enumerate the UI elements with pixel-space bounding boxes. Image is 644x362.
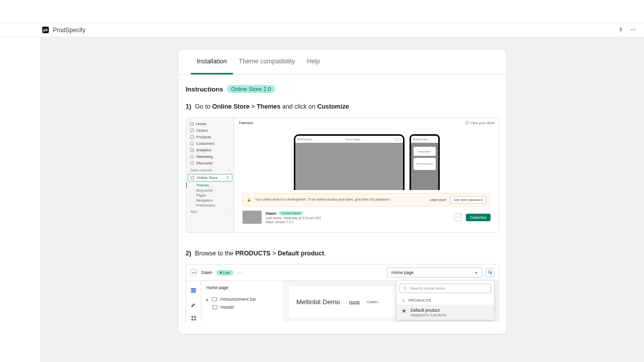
warning-text: Your online store is in development. To … (255, 198, 425, 202)
svg-rect-8 (191, 316, 193, 318)
tab-theme-compatibility[interactable]: Theme compatibility (233, 50, 301, 74)
svg-point-1 (633, 29, 634, 30)
nav-marketing: Marketing (186, 153, 234, 160)
step-1-text: 1) Go to Online Store > Themes and click… (186, 103, 499, 110)
more-icon[interactable] (630, 26, 637, 35)
home-icon (190, 122, 194, 126)
homepage-label: Home page (204, 285, 281, 290)
eye-icon (465, 121, 469, 125)
theme-thumbnail (243, 211, 262, 224)
dropdown-search: Search online store (399, 284, 491, 293)
nav-products: Products (186, 134, 234, 140)
laptop-header: Meltinbit Demo Home Catalog (295, 136, 403, 143)
svg-rect-10 (191, 319, 193, 321)
section-header: Header (204, 303, 281, 311)
chevron-right-icon: › (229, 210, 230, 213)
customize-button: Customize (466, 214, 491, 221)
app-title: ProdSpecify (53, 27, 86, 34)
svg-point-0 (631, 29, 632, 30)
lock-icon (247, 198, 251, 202)
pin-icon[interactable] (618, 26, 624, 35)
template-selector: Home page ▼ (387, 267, 482, 278)
sections-panel: Home page ▶ Announcement bar Header (201, 281, 284, 322)
device-toggle-button (486, 268, 495, 277)
editor-body: Home page ▶ Announcement bar Header (186, 281, 499, 322)
nav-sub-themes: Themes (186, 183, 234, 188)
screenshot-2: Dawn Live ⋯ Home page ▼ (186, 264, 499, 322)
see-password-button: See store password (450, 196, 486, 204)
tab-bar: Installation Theme compatibility Help (179, 50, 506, 75)
editor-preview: Meltinbit Demo Home Catalo Search online… (284, 281, 499, 322)
svg-rect-7 (191, 291, 196, 292)
theme-settings-icon (190, 300, 198, 308)
nav-customers: Customers (186, 140, 234, 147)
dev-warning-banner: Your online store is in development. To … (243, 193, 491, 207)
shot1-main: Themes View your store Meltinbit Demo Ho… (234, 118, 499, 232)
editor-topbar-right: Home page ▼ (387, 267, 495, 278)
theme-row: Dawn Current theme Last saved: Yesterday… (238, 207, 495, 224)
preview-brand: Meltinbit Demo (296, 298, 340, 306)
instructions-title: Instructions (186, 85, 223, 93)
phone-hero-sub: Talk about your brand (414, 158, 436, 170)
step-1-num: 1) (186, 103, 191, 110)
svg-rect-9 (194, 316, 196, 318)
shot1-main-head: Themes View your store (238, 121, 495, 125)
tab-installation[interactable]: Installation (191, 50, 233, 74)
products-icon (190, 135, 194, 139)
dropdown-item-default-product: Default product Assigned to 2 products (396, 305, 494, 320)
sections-icon (190, 286, 198, 294)
editor-theme-name: Dawn (201, 270, 212, 275)
chevron-left-icon (401, 299, 406, 303)
main-card: Installation Theme compatibility Help In… (179, 50, 506, 334)
step-2-num: 2) (186, 250, 191, 257)
theme-name: Dawn (266, 211, 276, 216)
back-button (190, 269, 197, 276)
learn-more-link: Learn more (429, 198, 446, 202)
search-icon (403, 286, 408, 291)
section-icon (212, 297, 217, 301)
chevron-right-icon: › (229, 168, 230, 172)
dropdown-item-subtitle: Assigned to 2 products (411, 313, 446, 317)
editor-topbar: Dawn Live ⋯ Home page ▼ (186, 264, 499, 281)
screenshot-1: Home Orders Products Customers Analytics… (186, 117, 499, 233)
dropdown-back: PRODUCTS (396, 296, 494, 305)
svg-rect-5 (191, 288, 196, 289)
svg-rect-6 (191, 290, 196, 291)
discounts-icon (190, 161, 194, 165)
nav-sales-channels-label: Sales channels› (186, 166, 234, 173)
nav-sub-navigation: Navigation (186, 198, 234, 203)
app-header-left: pS ProdSpecify (42, 27, 86, 34)
laptop-hero-image (295, 143, 403, 190)
theme-info: Dawn Current theme Last saved: Yesterday… (266, 211, 450, 224)
phone-preview: Meltinbit Demo Image banner Talk about y… (410, 134, 440, 190)
orders-icon (190, 129, 194, 132)
theme-more-button: ⋯ (454, 213, 462, 221)
svg-point-12 (404, 287, 407, 290)
marketing-icon (190, 155, 194, 158)
shot1-sidenav: Home Orders Products Customers Analytics… (186, 118, 234, 232)
eye-icon (226, 176, 229, 179)
store-icon (191, 176, 194, 179)
step-2-text: 2) Browse to the PRODUCTS > Default prod… (186, 250, 499, 257)
theme-version: Dawn version 7.0.1 (266, 220, 450, 224)
page-canvas: Installation Theme compatibility Help In… (40, 37, 644, 362)
nav-analytics: Analytics (186, 147, 234, 153)
editor-more-icon: ⋯ (237, 270, 243, 276)
nav-discounts: Discounts (186, 160, 234, 166)
tab-help[interactable]: Help (301, 50, 326, 74)
customers-icon (190, 142, 194, 145)
section-icon (212, 305, 217, 309)
current-theme-badge: Current theme (279, 211, 303, 215)
svg-point-2 (635, 29, 636, 30)
live-badge: Live (216, 270, 233, 276)
star-icon (401, 308, 407, 314)
nav-orders: Orders (186, 127, 234, 134)
apps-icon (190, 314, 198, 322)
phone-hero-title: Image banner (414, 147, 436, 156)
nav-apps-label: Apps› (186, 208, 234, 214)
nav-sub-pages: Pages (186, 193, 234, 198)
nav-sub-preferences: Preferences (186, 203, 234, 208)
phone-header: Meltinbit Demo (411, 136, 438, 143)
laptop-preview: Meltinbit Demo Home Catalog (294, 134, 405, 190)
editor-topbar-left: Dawn Live ⋯ (190, 269, 243, 276)
